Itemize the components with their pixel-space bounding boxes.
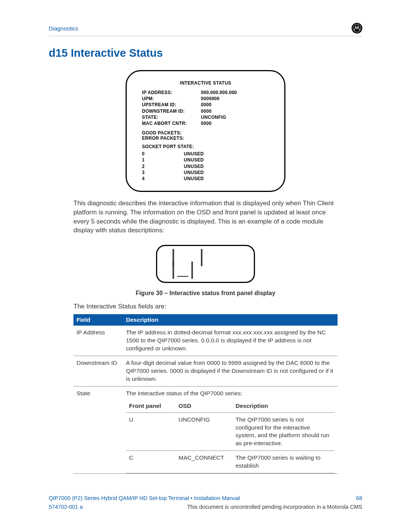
panel-value: 0000 <box>201 102 212 108</box>
col-front-panel: Front panel <box>126 400 175 412</box>
table-row: State The interactive status of the QIP7… <box>73 386 338 473</box>
footer-disclaimer: This document is uncontrolled pending in… <box>187 503 362 511</box>
motorola-logo-icon <box>352 23 362 34</box>
panel-value: UNCONFIG <box>201 114 226 120</box>
panel-key: ERROR PACKETS: <box>142 136 276 141</box>
cell-desc: The IP address in dotted-decimal format … <box>123 326 338 356</box>
page-header: Diagnostics <box>49 23 362 36</box>
table-row: IP Address The IP address in dotted-deci… <box>73 326 338 356</box>
panel-value: UNUSED <box>184 163 204 169</box>
table-row: C MAC_CONNECT The QIP7000 series is wait… <box>126 451 335 473</box>
panel-key: STATE: <box>142 114 201 120</box>
col-description: Description <box>233 400 335 412</box>
cell-field: State <box>73 386 123 473</box>
state-inner-table: Front panel OSD Description U UNCONFIG T… <box>126 400 335 473</box>
panel-value: UNUSED <box>184 151 204 157</box>
fields-table: Field Description IP Address The IP addr… <box>73 314 338 474</box>
table-row: Downstream ID A four-digit decimal value… <box>73 356 338 387</box>
cell-fp: U <box>126 412 175 451</box>
panel-key: MAC ABORT CNTR: <box>142 120 201 126</box>
section-label: Diagnostics <box>49 25 78 32</box>
col-field: Field <box>73 314 123 326</box>
cell-desc: A four-digit decimal value from 0000 to … <box>123 356 338 387</box>
body-paragraph: This diagnostic describes the interactiv… <box>73 199 338 235</box>
panel-key: 3 <box>142 169 184 176</box>
cell-osd: MAC_CONNECT <box>175 451 233 473</box>
cell-desc: The QIP7000 series is waiting to establi… <box>233 451 335 473</box>
panel-key: SOCKET PORT STATE: <box>142 144 276 149</box>
panel-key: 1 <box>142 157 184 163</box>
page-title: d15 Interactive Status <box>49 47 362 59</box>
panel-value: UNUSED <box>184 176 204 182</box>
cell-desc: The QIP7000 series is not configured for… <box>233 412 335 451</box>
u-glyph-icon: | | |_| <box>168 251 206 277</box>
front-panel-display: | | |_| <box>156 245 255 283</box>
panel-value: 0000000 <box>201 96 220 102</box>
cell-desc: The interactive status of the QIP7000 se… <box>123 386 338 473</box>
panel-key: 2 <box>142 163 184 169</box>
footer-page-number: 68 <box>356 494 362 503</box>
panel-key: IP ADDRESS: <box>142 89 201 96</box>
panel-key: 0 <box>142 151 184 157</box>
cell-field: Downstream ID <box>73 356 123 387</box>
cell-osd: UNCONFIG <box>175 412 233 451</box>
state-desc-text: The interactive status of the QIP7000 se… <box>126 390 335 398</box>
panel-value: 000.000.000.000 <box>201 89 237 96</box>
table-row: U UNCONFIG The QIP7000 series is not con… <box>126 412 335 451</box>
figure-caption: Figure 30 – Interactive status front pan… <box>49 290 362 297</box>
col-osd: OSD <box>175 400 233 412</box>
col-description: Description <box>123 314 338 326</box>
cell-fp: C <box>126 451 175 473</box>
panel-value: UNUSED <box>184 169 204 176</box>
panel-key: DOWNSTREAM ID: <box>142 108 201 114</box>
panel-key: GOOD PACKETS: <box>142 130 276 136</box>
footer-product: QIP7000 (P2) Series Hybrid QAM/IP HD Set… <box>49 494 240 503</box>
panel-value: 0000 <box>201 108 212 114</box>
panel-title: INTERACTIVE STATUS <box>135 80 276 86</box>
panel-key: UPM: <box>142 96 201 102</box>
table-intro: The Interactive Status fields are: <box>73 303 338 310</box>
panel-key: UPSTREAM ID: <box>142 102 201 108</box>
panel-value: UNUSED <box>184 157 204 163</box>
panel-value: 0000 <box>201 120 212 126</box>
footer-doc-number: 574702-001 a <box>49 503 83 511</box>
interactive-status-panel: INTERACTIVE STATUS IP ADDRESS:000.000.00… <box>126 70 285 192</box>
panel-key: 4 <box>142 176 184 182</box>
cell-field: IP Address <box>73 326 123 356</box>
page-footer: QIP7000 (P2) Series Hybrid QAM/IP HD Set… <box>49 494 362 511</box>
